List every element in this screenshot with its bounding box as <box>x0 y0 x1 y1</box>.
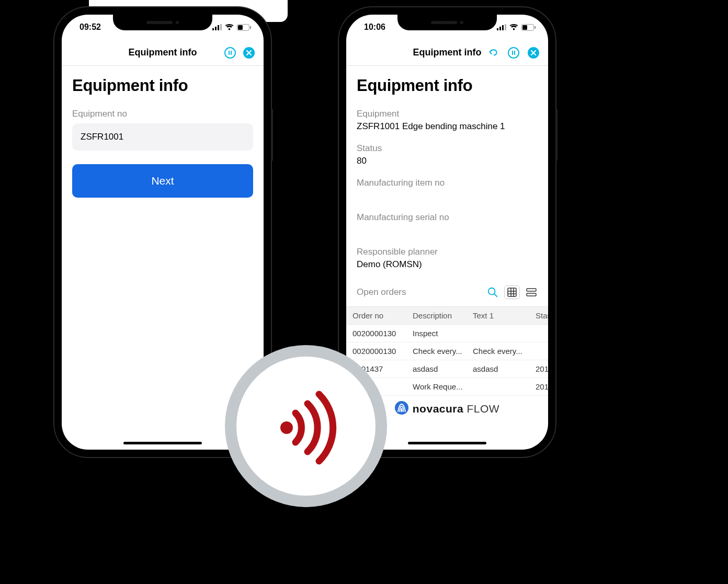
svg-rect-13 <box>502 25 504 30</box>
cell-text1 <box>467 378 529 395</box>
nav-title: Equipment info <box>413 47 482 58</box>
svg-rect-0 <box>212 28 214 30</box>
svg-rect-17 <box>534 26 536 29</box>
mfg-item-label: Manufacturing item no <box>357 178 538 188</box>
notch <box>113 15 212 30</box>
svg-rect-1 <box>215 27 217 30</box>
nav-title: Equipment info <box>129 47 197 58</box>
close-icon[interactable] <box>527 47 540 59</box>
nav-bar: Equipment info <box>62 40 264 66</box>
search-icon[interactable] <box>486 286 499 299</box>
svg-rect-2 <box>218 25 219 30</box>
col-order-no[interactable]: Order no <box>346 307 406 324</box>
svg-point-31 <box>395 401 408 415</box>
status-icons <box>497 24 536 31</box>
svg-rect-30 <box>527 293 536 296</box>
open-orders-label: Open orders <box>357 287 406 297</box>
col-start[interactable]: Start <box>529 307 548 324</box>
mfg-serial-value <box>357 225 538 236</box>
equipment-label: Equipment <box>357 109 538 119</box>
list-view-icon[interactable] <box>525 286 538 299</box>
mfg-serial-row: Manufacturing serial no <box>357 212 538 236</box>
home-indicator[interactable] <box>123 442 202 444</box>
svg-rect-12 <box>499 27 501 30</box>
page-title: Equipment info <box>357 76 538 95</box>
svg-rect-14 <box>505 24 506 30</box>
svg-rect-6 <box>250 26 251 29</box>
undo-icon[interactable] <box>487 47 500 59</box>
svg-rect-5 <box>238 25 243 30</box>
planner-label: Responsible planner <box>357 247 538 257</box>
brand-text: novacura FLOW <box>413 403 499 415</box>
table-header: Order no Description Text 1 Start <box>346 306 548 325</box>
wifi-icon <box>225 24 234 30</box>
nav-bar: Equipment info <box>346 40 548 66</box>
svg-rect-29 <box>527 289 536 291</box>
brand-name: novacura <box>413 403 463 415</box>
status-row: Status 80 <box>357 143 538 167</box>
open-orders-actions <box>486 285 538 299</box>
svg-point-7 <box>225 48 235 58</box>
cellular-signal-icon <box>212 24 222 30</box>
planner-row: Responsible planner Demo (ROMSN) <box>357 247 538 271</box>
svg-rect-11 <box>497 28 498 30</box>
pause-icon[interactable] <box>507 47 520 59</box>
screen-left: 09:52 Equipment info <box>62 15 264 450</box>
wifi-icon <box>509 24 518 30</box>
brand-logo-icon <box>395 401 408 417</box>
col-description[interactable]: Description <box>406 307 467 324</box>
equipment-row: Equipment ZSFR1001 Edge bending maschine… <box>357 109 538 133</box>
svg-rect-8 <box>229 51 230 55</box>
cell-start <box>529 325 548 342</box>
nav-actions <box>487 47 540 59</box>
mfg-serial-label: Manufacturing serial no <box>357 212 538 223</box>
battery-icon <box>521 24 536 31</box>
close-icon[interactable] <box>243 47 255 59</box>
notch <box>397 15 497 30</box>
cell-start: 20170 <box>529 360 548 377</box>
home-indicator[interactable] <box>408 442 486 444</box>
cell-text1 <box>467 325 529 342</box>
cell-start: 20170 <box>529 378 548 395</box>
planner-value: Demo (ROMSN) <box>357 259 538 271</box>
svg-line-23 <box>494 294 497 297</box>
status-time: 10:06 <box>364 22 385 32</box>
svg-rect-20 <box>514 51 515 55</box>
cell-description: asdasd <box>406 360 467 377</box>
cell-text1: Check every... <box>467 342 529 360</box>
cellular-signal-icon <box>497 24 506 30</box>
equipment-no-label: Equipment no <box>72 109 253 119</box>
nfc-signal-icon <box>267 387 345 465</box>
equipment-value: ZSFR1001 Edge bending maschine 1 <box>357 121 538 133</box>
cell-order-no: 0020000130 <box>346 325 406 342</box>
screen-right: 10:06 Equipment info <box>346 15 548 450</box>
nav-actions <box>224 47 255 59</box>
equipment-no-input[interactable] <box>72 123 253 151</box>
open-orders-bar: Open orders <box>357 285 538 299</box>
battery-icon <box>237 24 251 31</box>
status-icons <box>212 24 251 31</box>
mfg-item-value <box>357 190 538 202</box>
grid-view-icon[interactable] <box>504 285 520 299</box>
cell-description: Work Reque... <box>406 378 467 395</box>
svg-rect-16 <box>522 25 527 30</box>
mfg-item-row: Manufacturing item no <box>357 178 538 202</box>
brand-suffix: FLOW <box>467 403 500 415</box>
table-row[interactable]: 0020000130Inspect <box>346 325 548 342</box>
next-button[interactable]: Next <box>72 164 253 198</box>
cell-text1: asdasd <box>467 360 529 377</box>
open-orders-table: Order no Description Text 1 Start 002000… <box>346 306 548 396</box>
nfc-badge <box>225 345 387 507</box>
table-row[interactable]: 3001437asdasdasdasd20170 <box>346 360 548 378</box>
col-text1[interactable]: Text 1 <box>467 307 529 324</box>
svg-point-18 <box>508 48 519 58</box>
cell-start <box>529 342 548 360</box>
status-time: 09:52 <box>79 22 101 32</box>
pause-icon[interactable] <box>224 47 236 59</box>
svg-rect-3 <box>220 24 222 30</box>
cell-description: Check every... <box>406 342 467 360</box>
table-row[interactable]: 0020000130Check every...Check every... <box>346 342 548 360</box>
svg-rect-19 <box>512 51 513 55</box>
svg-rect-24 <box>508 288 516 296</box>
status-value: 80 <box>357 156 538 167</box>
